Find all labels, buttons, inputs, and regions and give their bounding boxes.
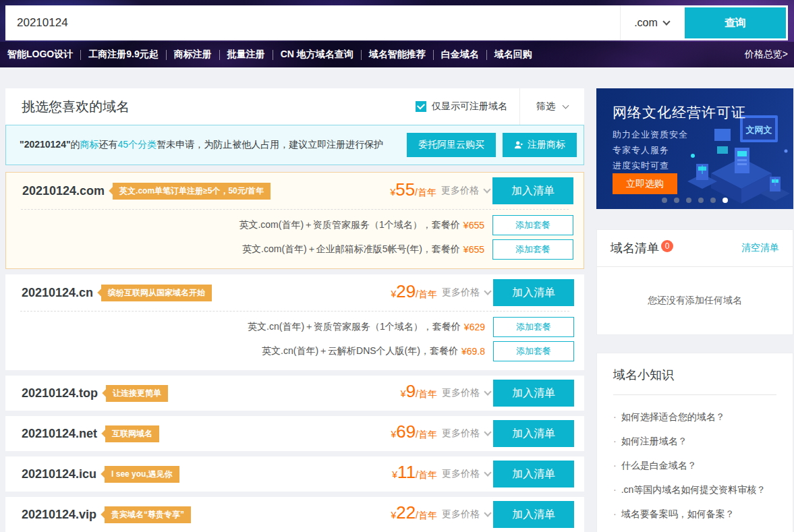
more-price-dropdown[interactable]: 更多价格 xyxy=(442,427,490,440)
domain-result-icu: 20210124.icu I see you,遇见你 ¥11/首年 更多价格 加… xyxy=(5,456,584,492)
add-package-button[interactable]: 添加套餐 xyxy=(492,215,573,235)
package-row: 英文.com(首年)＋企业邮箱标准版5帐号(年)，套餐价 ¥655 添加套餐 xyxy=(6,237,584,262)
more-price-dropdown[interactable]: 更多价格 xyxy=(442,468,490,480)
nav-item-cn-local-query[interactable]: CN 地方域名查询 xyxy=(273,49,361,61)
nav-item-platinum-domain[interactable]: 白金域名 xyxy=(434,49,486,61)
bullet: · xyxy=(613,484,617,495)
banner-buy-button[interactable]: 立即选购 xyxy=(613,173,677,194)
price: ¥29/首年 xyxy=(391,281,437,302)
domain-name: 20210124.cn xyxy=(22,286,93,300)
more-price-dropdown[interactable]: 更多价格 xyxy=(442,287,490,299)
price: ¥11/首年 xyxy=(392,462,437,483)
promo-tag: 英文.com单笔订单注册≥5个，50元/首年 xyxy=(113,183,271,200)
promo-tag: 贵宾域名“尊贵专享” xyxy=(105,506,191,523)
nav-item-business-reg[interactable]: 工商注册9.9元起 xyxy=(81,49,165,61)
classes-link[interactable]: 45个分类 xyxy=(118,139,157,150)
carousel-dots xyxy=(596,198,793,203)
knowledge-link[interactable]: ·如何选择适合您的域名？ xyxy=(613,411,776,422)
filter-dropdown[interactable]: 筛选 xyxy=(520,100,584,113)
chevron-down-icon xyxy=(662,18,670,25)
domain-result-com: 20210124.com 英文.com单笔订单注册≥5个，50元/首年 ¥55/… xyxy=(5,172,584,269)
nav-item-logo-design[interactable]: 智能LOGO设计 xyxy=(0,49,80,61)
chevron-down-icon xyxy=(484,428,491,436)
banner-title: 网络文化经营许可证 xyxy=(613,103,746,122)
add-package-button[interactable]: 添加套餐 xyxy=(492,239,573,260)
package-desc: 英文.cn(首年)＋资质管家服务（1个域名），套餐价 xyxy=(248,321,461,333)
package-price: ¥69.8 xyxy=(461,346,485,357)
domain-result-cn: 20210124.cn 缤纷互联网从国家域名开始 ¥29/首年 更多价格 加入清… xyxy=(5,274,584,370)
filter-label: 筛选 xyxy=(536,100,555,113)
domain-name: 20210124.vip xyxy=(22,508,96,522)
promo-tag: 互联网域名 xyxy=(105,425,159,442)
notice-text: "20210124"的商标还有45个分类暂未申请，为防止被他人占用，建议立即注册… xyxy=(20,139,383,151)
trademark-link[interactable]: 商标 xyxy=(80,139,99,150)
sub-nav: 智能LOGO设计 工商注册9.9元起 商标注册 批量注册 CN 地方域名查询 域… xyxy=(0,42,794,67)
package-desc: 英文.com(首年)＋资质管家服务（1个域名），套餐价 xyxy=(239,219,459,231)
banner-line: 助力企业资质安全 xyxy=(613,129,688,141)
knowledge-title: 域名小知识 xyxy=(613,353,776,394)
nav-item-batch-reg[interactable]: 批量注册 xyxy=(220,49,273,61)
add-to-list-button[interactable]: 加入清单 xyxy=(492,177,573,204)
entrust-aliyun-buy-button[interactable]: 委托阿里云购买 xyxy=(407,133,496,157)
chevron-down-icon xyxy=(484,388,491,395)
add-to-list-button[interactable]: 加入清单 xyxy=(493,461,574,487)
add-to-list-button[interactable]: 加入清单 xyxy=(493,420,574,447)
domain-name: 20210124.net xyxy=(22,427,97,441)
package-row: 英文.com(首年)＋资质管家服务（1个域名），套餐价 ¥655 添加套餐 xyxy=(6,213,584,237)
price: ¥9/首年 xyxy=(401,381,437,402)
nav-item-smart-recommend[interactable]: 域名智能推荐 xyxy=(362,49,433,61)
more-price-dropdown[interactable]: 更多价格 xyxy=(441,185,490,197)
cart-title: 域名清单 xyxy=(611,240,659,256)
clear-cart-link[interactable]: 清空清单 xyxy=(741,242,779,254)
domain-result-net: 20210124.net 互联网域名 ¥69/首年 更多价格 加入清单 xyxy=(5,416,584,451)
add-to-list-button[interactable]: 加入清单 xyxy=(493,501,574,528)
package-price: ¥629 xyxy=(464,322,485,332)
more-price-dropdown[interactable]: 更多价格 xyxy=(442,387,490,399)
chevron-down-icon xyxy=(483,185,490,193)
more-price-dropdown[interactable]: 更多价格 xyxy=(442,508,490,521)
banner-illustration: 文网文 xyxy=(687,114,792,207)
picker-header: 挑选您喜欢的域名 仅显示可注册域名 筛选 xyxy=(5,88,584,125)
carousel-dot-active[interactable] xyxy=(722,198,728,203)
chevron-down-icon xyxy=(484,469,491,476)
add-to-list-button[interactable]: 加入清单 xyxy=(493,380,574,407)
register-trademark-button[interactable]: 注册商标 xyxy=(503,133,577,157)
picker-title: 挑选您喜欢的域名 xyxy=(22,98,130,116)
price-overview-link[interactable]: 价格总览> xyxy=(745,49,788,61)
knowledge-link[interactable]: ·域名要备案吗，如何备案？ xyxy=(613,508,776,519)
add-to-list-button[interactable]: 加入清单 xyxy=(493,279,574,306)
knowledge-link[interactable]: ·.cn等国内域名如何提交资料审核？ xyxy=(613,484,776,495)
promo-banner[interactable]: 文网文 网络文化经营许可证 xyxy=(596,88,793,209)
cart-empty-text: 您还没有添加任何域名 xyxy=(597,267,793,334)
svg-text:文网文: 文网文 xyxy=(745,125,772,135)
add-package-button[interactable]: 添加套餐 xyxy=(493,317,574,337)
carousel-dot[interactable] xyxy=(710,198,716,203)
results-column: 挑选您喜欢的域名 仅显示可注册域名 筛选 "20210124"的商标还有45个分… xyxy=(5,88,584,532)
search-input[interactable] xyxy=(5,5,620,40)
domain-name: 20210124.top xyxy=(22,386,98,401)
knowledge-card: 域名小知识 ·如何选择适合您的域名？ ·如何注册域名？ ·什么是白金域名？ ·.… xyxy=(596,353,793,532)
page-header: .com 查询 智能LOGO设计 工商注册9.9元起 商标注册 批量注册 CN … xyxy=(0,0,794,67)
domain-name: 20210124.icu xyxy=(22,467,96,481)
carousel-dot[interactable] xyxy=(686,198,691,203)
bullet: · xyxy=(613,436,617,446)
add-package-button[interactable]: 添加套餐 xyxy=(493,341,574,361)
nav-item-trademark-reg[interactable]: 商标注册 xyxy=(167,49,219,61)
trademark-notice: "20210124"的商标还有45个分类暂未申请，为防止被他人占用，建议立即注册… xyxy=(5,125,584,165)
only-available-checkbox[interactable] xyxy=(416,101,426,112)
price: ¥55/首年 xyxy=(390,179,436,200)
search-button[interactable]: 查询 xyxy=(685,7,786,38)
knowledge-link[interactable]: ·什么是白金域名？ xyxy=(613,460,776,471)
banner-line: 进度实时可查 xyxy=(613,160,669,172)
domain-name: 20210124.com xyxy=(22,184,105,198)
carousel-dot[interactable] xyxy=(662,198,667,203)
package-row: 英文.cn(首年)＋资质管家服务（1个域名），套餐价 ¥629 添加套餐 xyxy=(5,315,584,339)
nav-item-domain-buyback[interactable]: 域名回购 xyxy=(487,49,540,61)
tld-select[interactable]: .com xyxy=(620,5,683,40)
domain-search-bar: .com 查询 xyxy=(5,5,788,40)
package-desc: 英文.cn(首年)＋云解析DNS个人版(年)，套餐价 xyxy=(262,345,458,357)
knowledge-link[interactable]: ·如何注册域名？ xyxy=(613,436,776,446)
carousel-dot[interactable] xyxy=(674,198,679,203)
carousel-dot[interactable] xyxy=(698,198,704,203)
domain-result-top: 20210124.top 让连接更简单 ¥9/首年 更多价格 加入清单 xyxy=(5,376,584,411)
